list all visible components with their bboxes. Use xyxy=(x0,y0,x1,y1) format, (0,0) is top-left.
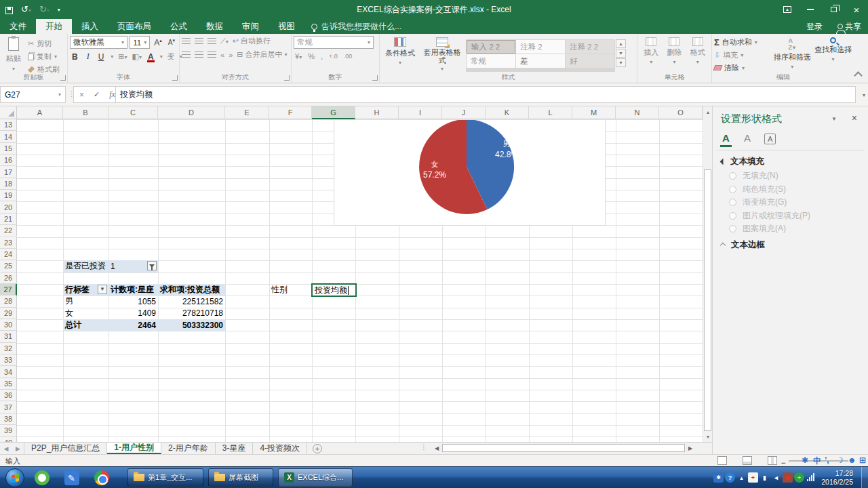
fill-option-渐变填充(G)[interactable]: 渐变填充(G) xyxy=(729,197,787,208)
row-header-28[interactable]: 28 xyxy=(0,296,17,307)
sheet-tab-1-用户性别[interactable]: 1-用户性别 xyxy=(107,443,161,454)
ribbon-display-options-button[interactable]: ▴ xyxy=(776,0,799,19)
paste-button[interactable]: 粘贴 ▾ xyxy=(2,36,25,73)
alignment-dialog-launcher[interactable] xyxy=(284,75,290,81)
minimize-button[interactable] xyxy=(799,0,822,19)
ime-punctuation-icon[interactable]: ’, xyxy=(825,455,829,465)
pane-close-icon[interactable]: × xyxy=(852,113,857,123)
gallery-more-icon[interactable]: ▼ xyxy=(616,58,626,67)
borders-icon[interactable]: ⊞▾ xyxy=(118,52,127,61)
row-header-20[interactable]: 20 xyxy=(0,201,17,213)
ime-chinese-mode-icon[interactable]: 中 xyxy=(813,455,821,467)
row-header-27[interactable]: 27 xyxy=(0,284,17,296)
cell-style-差[interactable]: 差 xyxy=(516,54,565,68)
close-button[interactable]: × xyxy=(845,0,868,19)
formula-input[interactable]: 投资均额 xyxy=(115,86,856,103)
tray-updater-icon[interactable]: + xyxy=(794,472,804,483)
underline-button[interactable]: U xyxy=(96,52,106,62)
row-header-39[interactable]: 39 xyxy=(0,425,17,436)
cancel-entry-icon[interactable]: × xyxy=(79,90,84,100)
fill-option-图案填充(A)[interactable]: 图案填充(A) xyxy=(729,223,786,235)
tray-first-aid-icon[interactable]: + xyxy=(748,472,758,483)
gallery-up-icon[interactable]: ▲ xyxy=(616,39,626,48)
shrink-font-button[interactable]: A▾ xyxy=(166,38,177,46)
copy-button[interactable]: 复制▾ xyxy=(28,51,60,62)
ime-person-icon[interactable]: ☻ xyxy=(848,455,856,465)
horizontal-scrollbar[interactable]: ◀ ▶ xyxy=(431,443,696,453)
column-header-C[interactable]: C xyxy=(108,106,158,119)
cell-C27[interactable]: 计数项:星座 xyxy=(108,284,158,296)
row-header-40[interactable]: 40 xyxy=(0,436,17,442)
tray-network-icon[interactable] xyxy=(806,472,816,483)
tray-show-hidden-icon[interactable]: ▴ xyxy=(736,472,747,483)
row-header-33[interactable]: 33 xyxy=(0,354,17,366)
cell-D30[interactable]: 503332300 xyxy=(158,319,225,331)
cell-C30[interactable]: 2464 xyxy=(108,319,158,331)
row-header-29[interactable]: 29 xyxy=(0,308,17,319)
ribbon-tab-视图[interactable]: 视图 xyxy=(269,19,304,34)
expand-formula-bar-icon[interactable]: ▾ xyxy=(863,92,865,98)
ime-half-moon-icon[interactable]: ☽ xyxy=(836,455,844,465)
textbox-tool[interactable]: A xyxy=(764,134,776,144)
taskbar-icon-browser-360[interactable] xyxy=(33,469,51,487)
percent-style-icon[interactable]: % xyxy=(308,52,315,60)
fill-option-无填充(N)[interactable]: 无填充(N) xyxy=(729,170,778,182)
increase-indent-icon[interactable]: » xyxy=(229,51,233,59)
fill-button[interactable]: ⇩填充▾ xyxy=(714,49,770,61)
text-effects-tool[interactable]: A xyxy=(744,132,751,144)
pie-chart-object[interactable]: 男 42.8% 女 57.2% xyxy=(334,120,606,226)
row-header-35[interactable]: 35 xyxy=(0,378,17,390)
taskbar-icon-notes-app[interactable]: ✎ xyxy=(62,469,81,487)
select-all-corner[interactable] xyxy=(0,106,17,119)
horizontal-scroll-thumb[interactable] xyxy=(442,444,685,452)
taskbar-window-屏幕截图[interactable]: 屏幕截图 xyxy=(208,468,273,487)
comma-style-icon[interactable]: , xyxy=(321,52,323,60)
taskbar-icon-chrome[interactable] xyxy=(92,469,111,487)
vertical-scroll-thumb[interactable] xyxy=(704,169,711,431)
column-header-L[interactable]: L xyxy=(529,106,572,119)
autosum-button[interactable]: Σ自动求和▾ xyxy=(714,36,770,48)
sheet-tab-4-投资频次[interactable]: 4-投资频次 xyxy=(253,443,307,454)
show-desktop-button[interactable] xyxy=(861,467,868,488)
page-layout-view-icon[interactable] xyxy=(743,456,752,465)
normal-view-icon[interactable] xyxy=(717,456,727,465)
scroll-down-icon[interactable]: ▼ xyxy=(703,431,713,442)
grow-font-button[interactable]: A▴ xyxy=(152,38,164,47)
row-header-32[interactable]: 32 xyxy=(0,343,17,354)
restore-button[interactable] xyxy=(822,0,845,19)
phonetic-guide-icon[interactable]: 变 xyxy=(167,52,175,62)
text-fill-section-header[interactable]: 文本填充 xyxy=(721,156,764,167)
cell-style-好[interactable]: 好 xyxy=(566,54,614,68)
sheet-tab-P2P_用户信息汇总[interactable]: P2P_用户信息汇总 xyxy=(24,443,107,454)
fill-option-纯色填充(S)[interactable]: 纯色填充(S) xyxy=(729,184,786,195)
insert-function-icon[interactable]: fx xyxy=(109,89,115,100)
tell-me-box[interactable]: 告诉我您想要做什么... xyxy=(311,19,401,34)
cell-D28[interactable]: 225121582 xyxy=(158,296,225,307)
scroll-right-icon[interactable]: ▶ xyxy=(685,443,696,453)
delete-cells-button[interactable]: 删除▾ xyxy=(667,36,682,65)
cell-D27[interactable]: 求和项:投资总额 xyxy=(158,284,225,296)
share-button[interactable]: 共享 xyxy=(837,21,861,33)
tray-security-icon[interactable] xyxy=(783,472,793,483)
row-header-17[interactable]: 17 xyxy=(0,166,17,178)
find-select-button[interactable]: 查找和选择▾ xyxy=(814,36,852,74)
column-header-A[interactable]: A xyxy=(17,106,63,119)
cell-style-输入 2 2[interactable]: 输入 2 2 xyxy=(467,40,515,54)
column-header-J[interactable]: J xyxy=(442,106,486,119)
row-header-38[interactable]: 38 xyxy=(0,413,17,425)
sort-filter-button[interactable]: AZ▼ 排序和筛选▾ xyxy=(774,36,810,74)
font-name-combo[interactable]: 微软雅黑▾ xyxy=(70,36,127,49)
align-left-icon[interactable] xyxy=(182,52,191,58)
increase-decimal-icon[interactable]: +.0 xyxy=(329,53,338,60)
name-box[interactable]: G27▾ xyxy=(0,86,66,103)
ime-soft-keyboard-icon[interactable]: ⊞ xyxy=(859,455,866,465)
collapse-ribbon-icon[interactable] xyxy=(854,71,863,80)
taskbar-window-第1章_交互...[interactable]: 第1章_交互... xyxy=(127,468,203,487)
column-header-H[interactable]: H xyxy=(355,106,399,119)
editing-cell-g27[interactable]: 投资均额 xyxy=(311,283,357,297)
cell-C29[interactable]: 1409 xyxy=(108,308,158,319)
tray-battery-icon[interactable]: ▮ xyxy=(760,472,770,483)
sheet-nav-left-icon[interactable]: ◀ xyxy=(0,443,12,454)
row-header-21[interactable]: 21 xyxy=(0,214,17,225)
column-header-B[interactable]: B xyxy=(63,106,108,119)
